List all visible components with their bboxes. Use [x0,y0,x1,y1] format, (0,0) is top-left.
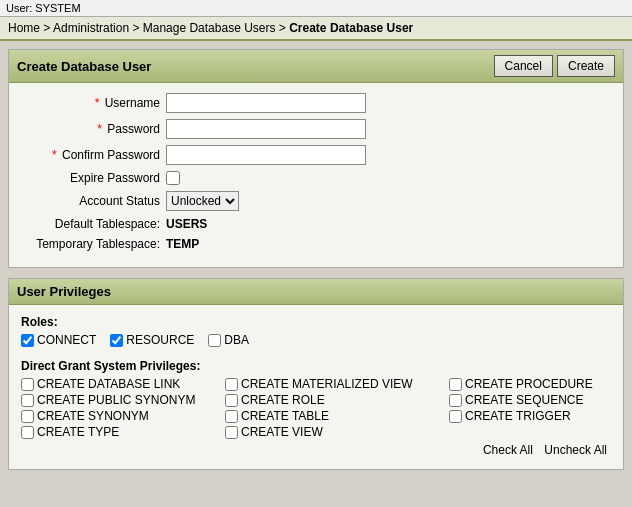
privileges-body: Roles: CONNECT RESOURCE DBA Direct Grant… [9,305,623,469]
grant-create-trigger-label: CREATE TRIGGER [465,409,571,423]
breadcrumb: Home > Administration > Manage Database … [0,17,632,41]
cancel-button[interactable]: Cancel [494,55,553,77]
grant-create-role: CREATE ROLE [225,393,445,407]
user-label: User: SYSTEM [6,2,81,14]
username-required-star: * [95,96,100,110]
password-required-star: * [97,122,102,136]
role-dba-checkbox[interactable] [208,334,221,347]
role-connect: CONNECT [21,333,96,347]
roles-row: CONNECT RESOURCE DBA [21,333,611,349]
user-privileges-panel: User Privileges Roles: CONNECT RESOURCE … [8,278,624,470]
password-input[interactable] [166,119,366,139]
grant-create-procedure-label: CREATE PROCEDURE [465,377,593,391]
grant-create-trigger-checkbox[interactable] [449,410,462,423]
grant-create-view: CREATE VIEW [225,425,445,439]
breadcrumb-admin[interactable]: Administration [53,21,129,35]
grant-create-table-label: CREATE TABLE [241,409,329,423]
username-input[interactable] [166,93,366,113]
grant-create-sequence-checkbox[interactable] [449,394,462,407]
role-connect-label: CONNECT [37,333,96,347]
create-user-form: * Username * Password * Confirm Password [9,83,623,267]
grant-create-public-synonym-checkbox[interactable] [21,394,34,407]
confirm-password-input[interactable] [166,145,366,165]
check-all-link[interactable]: Check All [483,443,533,457]
temporary-tablespace-value: TEMP [166,237,199,251]
breadcrumb-home[interactable]: Home [8,21,40,35]
grant-create-materialized-view-checkbox[interactable] [225,378,238,391]
grant-create-table: CREATE TABLE [225,409,445,423]
grant-create-synonym-checkbox[interactable] [21,410,34,423]
direct-grants-grid: CREATE DATABASE LINK CREATE MATERIALIZED… [21,377,611,439]
grant-create-view-checkbox[interactable] [225,426,238,439]
default-tablespace-row: Default Tablespace: USERS [21,217,611,231]
grant-create-type-label: CREATE TYPE [37,425,119,439]
expire-password-checkbox[interactable] [166,171,180,185]
role-dba: DBA [208,333,249,347]
header-buttons: Cancel Create [494,55,615,77]
privileges-panel-title: User Privileges [17,284,111,299]
account-status-label: Account Status [21,194,166,208]
grant-create-role-label: CREATE ROLE [241,393,325,407]
expire-password-row: Expire Password [21,171,611,185]
grant-create-type-checkbox[interactable] [21,426,34,439]
grant-create-table-checkbox[interactable] [225,410,238,423]
breadcrumb-manage-users[interactable]: Manage Database Users [143,21,276,35]
create-user-panel-title: Create Database User [17,59,151,74]
direct-grants-label: Direct Grant System Privileges: [21,359,611,373]
privileges-panel-header: User Privileges [9,279,623,305]
grant-create-sequence: CREATE SEQUENCE [449,393,632,407]
grant-create-procedure: CREATE PROCEDURE [449,377,632,391]
role-connect-checkbox[interactable] [21,334,34,347]
role-resource: RESOURCE [110,333,194,347]
confirm-password-row: * Confirm Password [21,145,611,165]
username-label: * Username [21,96,166,110]
confirm-password-label: * Confirm Password [21,148,166,162]
default-tablespace-label: Default Tablespace: [21,217,166,231]
grant-create-synonym: CREATE SYNONYM [21,409,221,423]
grant-create-synonym-label: CREATE SYNONYM [37,409,149,423]
grant-create-database-link-checkbox[interactable] [21,378,34,391]
account-status-select[interactable]: Unlocked Locked [166,191,239,211]
role-resource-checkbox[interactable] [110,334,123,347]
user-bar: User: SYSTEM [0,0,632,17]
grant-create-materialized-view-label: CREATE MATERIALIZED VIEW [241,377,413,391]
uncheck-all-link[interactable]: Uncheck All [544,443,607,457]
grant-create-procedure-checkbox[interactable] [449,378,462,391]
grant-create-sequence-label: CREATE SEQUENCE [465,393,583,407]
grant-create-database-link: CREATE DATABASE LINK [21,377,221,391]
create-button[interactable]: Create [557,55,615,77]
role-resource-label: RESOURCE [126,333,194,347]
roles-label: Roles: [21,315,611,329]
breadcrumb-current: Create Database User [289,21,413,35]
password-label: * Password [21,122,166,136]
confirm-password-required-star: * [52,148,57,162]
create-user-panel-header: Create Database User Cancel Create [9,50,623,83]
create-user-panel: Create Database User Cancel Create * Use… [8,49,624,268]
check-uncheck-bar: Check All Uncheck All [21,439,611,459]
grant-create-materialized-view: CREATE MATERIALIZED VIEW [225,377,445,391]
temporary-tablespace-row: Temporary Tablespace: TEMP [21,237,611,251]
expire-password-label: Expire Password [21,171,166,185]
default-tablespace-value: USERS [166,217,207,231]
grant-create-database-link-label: CREATE DATABASE LINK [37,377,180,391]
role-dba-label: DBA [224,333,249,347]
password-row: * Password [21,119,611,139]
username-row: * Username [21,93,611,113]
grant-create-trigger: CREATE TRIGGER [449,409,632,423]
grant-create-public-synonym-label: CREATE PUBLIC SYNONYM [37,393,195,407]
temporary-tablespace-label: Temporary Tablespace: [21,237,166,251]
grant-create-role-checkbox[interactable] [225,394,238,407]
grant-create-view-label: CREATE VIEW [241,425,323,439]
account-status-row: Account Status Unlocked Locked [21,191,611,211]
grant-create-public-synonym: CREATE PUBLIC SYNONYM [21,393,221,407]
grant-create-type: CREATE TYPE [21,425,221,439]
